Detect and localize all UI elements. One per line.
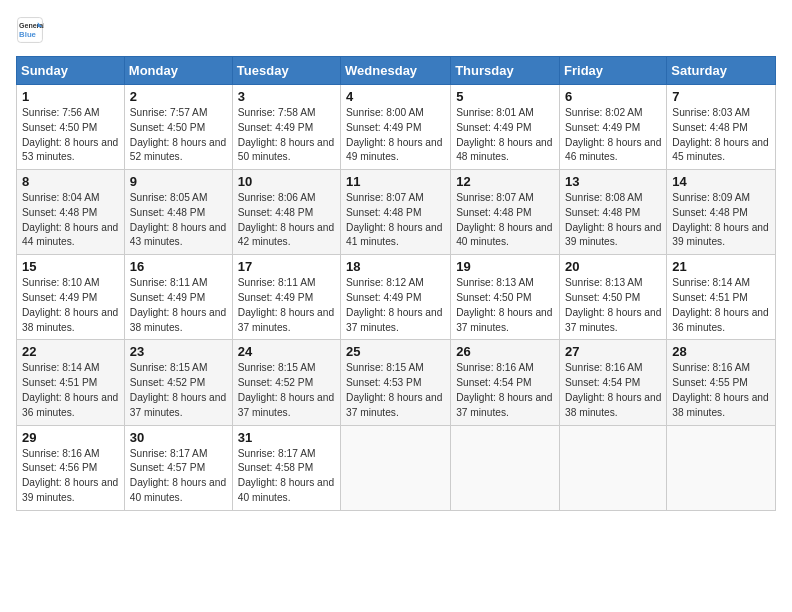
day-info: Sunrise: 8:02 AMSunset: 4:49 PMDaylight:… — [565, 107, 661, 162]
day-number: 7 — [672, 89, 770, 104]
calendar-cell: 4Sunrise: 8:00 AMSunset: 4:49 PMDaylight… — [341, 85, 451, 170]
day-number: 5 — [456, 89, 554, 104]
day-number: 1 — [22, 89, 119, 104]
calendar-week-5: 29Sunrise: 8:16 AMSunset: 4:56 PMDayligh… — [17, 425, 776, 510]
day-number: 30 — [130, 430, 227, 445]
day-info: Sunrise: 8:14 AMSunset: 4:51 PMDaylight:… — [22, 362, 118, 417]
calendar-cell: 6Sunrise: 8:02 AMSunset: 4:49 PMDaylight… — [560, 85, 667, 170]
day-info: Sunrise: 7:58 AMSunset: 4:49 PMDaylight:… — [238, 107, 334, 162]
column-header-tuesday: Tuesday — [232, 57, 340, 85]
day-info: Sunrise: 8:03 AMSunset: 4:48 PMDaylight:… — [672, 107, 768, 162]
day-number: 6 — [565, 89, 661, 104]
day-info: Sunrise: 8:15 AMSunset: 4:53 PMDaylight:… — [346, 362, 442, 417]
calendar-cell: 10Sunrise: 8:06 AMSunset: 4:48 PMDayligh… — [232, 170, 340, 255]
day-info: Sunrise: 8:08 AMSunset: 4:48 PMDaylight:… — [565, 192, 661, 247]
day-number: 26 — [456, 344, 554, 359]
day-number: 25 — [346, 344, 445, 359]
day-number: 15 — [22, 259, 119, 274]
column-header-wednesday: Wednesday — [341, 57, 451, 85]
day-info: Sunrise: 8:00 AMSunset: 4:49 PMDaylight:… — [346, 107, 442, 162]
calendar-cell: 13Sunrise: 8:08 AMSunset: 4:48 PMDayligh… — [560, 170, 667, 255]
day-info: Sunrise: 8:07 AMSunset: 4:48 PMDaylight:… — [456, 192, 552, 247]
calendar-cell: 1Sunrise: 7:56 AMSunset: 4:50 PMDaylight… — [17, 85, 125, 170]
day-number: 31 — [238, 430, 335, 445]
day-info: Sunrise: 8:01 AMSunset: 4:49 PMDaylight:… — [456, 107, 552, 162]
calendar-cell: 19Sunrise: 8:13 AMSunset: 4:50 PMDayligh… — [451, 255, 560, 340]
column-header-friday: Friday — [560, 57, 667, 85]
day-number: 19 — [456, 259, 554, 274]
day-number: 2 — [130, 89, 227, 104]
calendar-cell: 23Sunrise: 8:15 AMSunset: 4:52 PMDayligh… — [124, 340, 232, 425]
day-info: Sunrise: 8:11 AMSunset: 4:49 PMDaylight:… — [130, 277, 226, 332]
calendar-cell: 9Sunrise: 8:05 AMSunset: 4:48 PMDaylight… — [124, 170, 232, 255]
calendar-week-1: 1Sunrise: 7:56 AMSunset: 4:50 PMDaylight… — [17, 85, 776, 170]
calendar-cell: 16Sunrise: 8:11 AMSunset: 4:49 PMDayligh… — [124, 255, 232, 340]
calendar-table: SundayMondayTuesdayWednesdayThursdayFrid… — [16, 56, 776, 511]
page-header: General Blue — [16, 16, 776, 44]
svg-text:Blue: Blue — [19, 30, 37, 39]
calendar-week-4: 22Sunrise: 8:14 AMSunset: 4:51 PMDayligh… — [17, 340, 776, 425]
calendar-cell: 3Sunrise: 7:58 AMSunset: 4:49 PMDaylight… — [232, 85, 340, 170]
day-number: 12 — [456, 174, 554, 189]
day-number: 10 — [238, 174, 335, 189]
day-number: 20 — [565, 259, 661, 274]
day-info: Sunrise: 8:04 AMSunset: 4:48 PMDaylight:… — [22, 192, 118, 247]
calendar-header: SundayMondayTuesdayWednesdayThursdayFrid… — [17, 57, 776, 85]
day-info: Sunrise: 8:14 AMSunset: 4:51 PMDaylight:… — [672, 277, 768, 332]
calendar-cell: 25Sunrise: 8:15 AMSunset: 4:53 PMDayligh… — [341, 340, 451, 425]
day-number: 29 — [22, 430, 119, 445]
logo-icon: General Blue — [16, 16, 44, 44]
day-info: Sunrise: 8:16 AMSunset: 4:56 PMDaylight:… — [22, 448, 118, 503]
day-number: 28 — [672, 344, 770, 359]
column-header-sunday: Sunday — [17, 57, 125, 85]
day-info: Sunrise: 8:16 AMSunset: 4:54 PMDaylight:… — [565, 362, 661, 417]
calendar-cell: 20Sunrise: 8:13 AMSunset: 4:50 PMDayligh… — [560, 255, 667, 340]
day-number: 4 — [346, 89, 445, 104]
calendar-cell: 14Sunrise: 8:09 AMSunset: 4:48 PMDayligh… — [667, 170, 776, 255]
calendar-cell: 28Sunrise: 8:16 AMSunset: 4:55 PMDayligh… — [667, 340, 776, 425]
day-info: Sunrise: 8:09 AMSunset: 4:48 PMDaylight:… — [672, 192, 768, 247]
day-info: Sunrise: 8:16 AMSunset: 4:54 PMDaylight:… — [456, 362, 552, 417]
calendar-cell: 27Sunrise: 8:16 AMSunset: 4:54 PMDayligh… — [560, 340, 667, 425]
day-info: Sunrise: 8:11 AMSunset: 4:49 PMDaylight:… — [238, 277, 334, 332]
day-info: Sunrise: 7:57 AMSunset: 4:50 PMDaylight:… — [130, 107, 226, 162]
day-number: 23 — [130, 344, 227, 359]
calendar-week-2: 8Sunrise: 8:04 AMSunset: 4:48 PMDaylight… — [17, 170, 776, 255]
calendar-cell: 29Sunrise: 8:16 AMSunset: 4:56 PMDayligh… — [17, 425, 125, 510]
day-info: Sunrise: 7:56 AMSunset: 4:50 PMDaylight:… — [22, 107, 118, 162]
day-number: 13 — [565, 174, 661, 189]
day-number: 14 — [672, 174, 770, 189]
day-info: Sunrise: 8:15 AMSunset: 4:52 PMDaylight:… — [130, 362, 226, 417]
day-info: Sunrise: 8:13 AMSunset: 4:50 PMDaylight:… — [456, 277, 552, 332]
calendar-cell — [667, 425, 776, 510]
calendar-cell: 26Sunrise: 8:16 AMSunset: 4:54 PMDayligh… — [451, 340, 560, 425]
calendar-cell: 7Sunrise: 8:03 AMSunset: 4:48 PMDaylight… — [667, 85, 776, 170]
day-number: 18 — [346, 259, 445, 274]
calendar-cell: 8Sunrise: 8:04 AMSunset: 4:48 PMDaylight… — [17, 170, 125, 255]
calendar-week-3: 15Sunrise: 8:10 AMSunset: 4:49 PMDayligh… — [17, 255, 776, 340]
day-info: Sunrise: 8:05 AMSunset: 4:48 PMDaylight:… — [130, 192, 226, 247]
calendar-cell: 11Sunrise: 8:07 AMSunset: 4:48 PMDayligh… — [341, 170, 451, 255]
calendar-cell: 30Sunrise: 8:17 AMSunset: 4:57 PMDayligh… — [124, 425, 232, 510]
calendar-cell — [451, 425, 560, 510]
column-header-saturday: Saturday — [667, 57, 776, 85]
column-header-monday: Monday — [124, 57, 232, 85]
day-info: Sunrise: 8:17 AMSunset: 4:58 PMDaylight:… — [238, 448, 334, 503]
calendar-cell: 17Sunrise: 8:11 AMSunset: 4:49 PMDayligh… — [232, 255, 340, 340]
day-info: Sunrise: 8:07 AMSunset: 4:48 PMDaylight:… — [346, 192, 442, 247]
day-info: Sunrise: 8:13 AMSunset: 4:50 PMDaylight:… — [565, 277, 661, 332]
logo: General Blue — [16, 16, 48, 44]
day-number: 8 — [22, 174, 119, 189]
day-number: 9 — [130, 174, 227, 189]
calendar-cell: 18Sunrise: 8:12 AMSunset: 4:49 PMDayligh… — [341, 255, 451, 340]
column-header-thursday: Thursday — [451, 57, 560, 85]
day-number: 17 — [238, 259, 335, 274]
calendar-cell: 22Sunrise: 8:14 AMSunset: 4:51 PMDayligh… — [17, 340, 125, 425]
calendar-cell: 12Sunrise: 8:07 AMSunset: 4:48 PMDayligh… — [451, 170, 560, 255]
day-number: 27 — [565, 344, 661, 359]
day-number: 16 — [130, 259, 227, 274]
calendar-cell — [341, 425, 451, 510]
day-info: Sunrise: 8:12 AMSunset: 4:49 PMDaylight:… — [346, 277, 442, 332]
day-info: Sunrise: 8:17 AMSunset: 4:57 PMDaylight:… — [130, 448, 226, 503]
day-info: Sunrise: 8:15 AMSunset: 4:52 PMDaylight:… — [238, 362, 334, 417]
